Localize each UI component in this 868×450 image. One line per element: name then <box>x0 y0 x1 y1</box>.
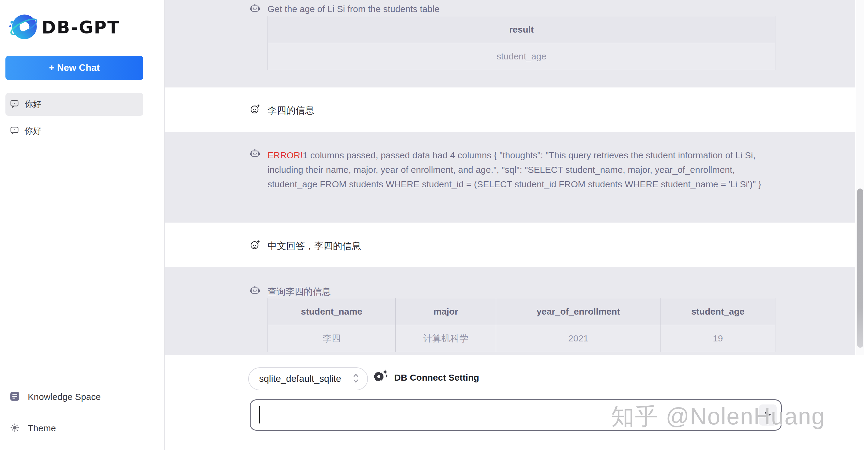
table-header-cell: year_of_enrollment <box>496 298 660 325</box>
table-header-cell: student_name <box>268 298 396 325</box>
db-select-value: sqlite_default_sqlite <box>259 373 341 384</box>
sidebar-chat-item-2[interactable]: 你好 <box>5 119 143 142</box>
table-cell: 李四 <box>268 325 396 352</box>
theme-sun-icon <box>10 423 20 434</box>
table-header-cell: student_age <box>660 298 775 325</box>
watermark: 知乎 @NolenHuang <box>611 401 825 432</box>
knowledge-space-label: Knowledge Space <box>28 392 101 402</box>
table-row: student_age <box>268 43 775 70</box>
table-header-row: result <box>268 16 775 43</box>
sidebar-chat-item-1[interactable]: 你好 <box>5 93 143 116</box>
robot-icon <box>250 285 260 296</box>
bot-error-message: ERROR!1 columns passed, passed data had … <box>268 148 770 191</box>
user-message-text: 中文回答，李四的信息 <box>268 240 361 252</box>
app-logo: DB-GPT <box>8 12 120 43</box>
theme-item[interactable]: Theme <box>10 423 56 434</box>
chat-area: Get the age of Li Si from the students t… <box>165 0 868 450</box>
db-gpt-logo-icon <box>8 12 38 43</box>
bot-message-text: 查询李四的信息 <box>268 286 331 298</box>
table-cell: 2021 <box>496 325 660 352</box>
sidebar-divider <box>0 368 165 368</box>
user-avatar-icon <box>250 239 260 250</box>
chat-bubble-icon <box>10 99 19 110</box>
logo-text: DB-GPT <box>42 18 120 37</box>
table-header-cell: result <box>268 16 775 43</box>
db-connect-setting-label: DB Connect Setting <box>394 372 479 383</box>
scrollbar-thumb[interactable] <box>857 188 863 348</box>
table-cell: student_age <box>268 43 775 70</box>
chat-bubble-icon <box>10 125 19 136</box>
table-cell: 19 <box>660 325 775 352</box>
knowledge-space-item[interactable]: Knowledge Space <box>10 391 101 402</box>
robot-icon <box>250 148 260 159</box>
result-table: resultstudent_age <box>268 16 775 70</box>
table-row: 李四计算机科学202119 <box>268 325 775 352</box>
select-chevrons-icon <box>353 373 359 385</box>
bot-message-text: Get the age of Li Si from the students t… <box>268 4 439 14</box>
robot-icon <box>250 3 260 13</box>
error-label: ERROR! <box>268 150 303 160</box>
db-select[interactable]: sqlite_default_sqlite <box>248 367 368 390</box>
knowledge-space-icon <box>10 391 20 402</box>
error-detail-text: 1 columns passed, passed data had 4 colu… <box>268 150 761 189</box>
sidebar: DB-GPT + New Chat 你好 你好 <box>0 0 165 450</box>
chat-item-label: 你好 <box>25 125 41 137</box>
theme-label: Theme <box>28 423 56 433</box>
new-chat-button[interactable]: + New Chat <box>5 56 143 80</box>
user-message-text: 李四的信息 <box>268 104 314 117</box>
table-header-row: student_namemajoryear_of_enrollmentstude… <box>268 298 775 325</box>
user-avatar-icon <box>250 104 260 114</box>
student-info-table: student_namemajoryear_of_enrollmentstude… <box>268 298 775 352</box>
table-header-cell: major <box>396 298 496 325</box>
gear-sparkle-icon <box>372 368 390 387</box>
chat-item-label: 你好 <box>25 99 41 110</box>
text-cursor <box>259 406 260 423</box>
table-cell: 计算机科学 <box>396 325 496 352</box>
db-connect-setting-button[interactable]: DB Connect Setting <box>372 368 479 387</box>
